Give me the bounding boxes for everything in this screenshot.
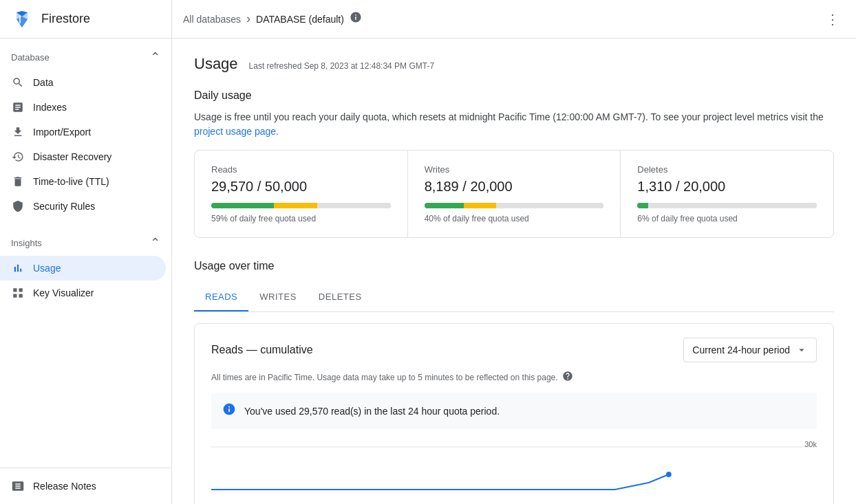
main-content: All databases › DATABASE (default) ⋮ Usa… bbox=[172, 0, 856, 504]
chart-y-label: 30k bbox=[804, 440, 817, 448]
sidebar-item-data-label: Data bbox=[33, 77, 54, 88]
card-value-0: 29,570 / 50,000 bbox=[211, 179, 391, 195]
sidebar-item-disaster-recovery-label: Disaster Recovery bbox=[33, 151, 111, 162]
card-value-2: 1,310 / 20,000 bbox=[637, 179, 817, 195]
sidebar-item-security-rules-label: Security Rules bbox=[33, 201, 95, 212]
sidebar-header: Firestore bbox=[0, 0, 171, 39]
tabs-container: READSWRITESDELETES bbox=[194, 283, 834, 312]
progress-seg1-1 bbox=[425, 203, 464, 208]
progress-bar-1 bbox=[425, 203, 604, 208]
usage-cards: Reads 29,570 / 50,000 59% of daily free … bbox=[194, 150, 834, 238]
sidebar-item-disaster-recovery[interactable]: Disaster Recovery bbox=[0, 144, 166, 169]
breadcrumb-current-db: DATABASE (default) bbox=[256, 14, 344, 25]
svg-point-2 bbox=[666, 472, 672, 477]
tab-writes[interactable]: WRITES bbox=[248, 283, 308, 311]
period-selector-button[interactable]: Current 24-hour period bbox=[683, 338, 817, 362]
grid-icon bbox=[11, 286, 25, 300]
sidebar: Firestore Database ⌃ Data Indexes Import… bbox=[0, 0, 172, 504]
tab-reads[interactable]: READS bbox=[194, 283, 248, 311]
card-quota-1: 40% of daily free quota used bbox=[425, 214, 604, 223]
progress-remain-2 bbox=[648, 203, 817, 208]
breadcrumb: All databases › DATABASE (default) bbox=[183, 11, 362, 27]
breadcrumb-all-databases[interactable]: All databases bbox=[183, 14, 241, 25]
page-header: Usage Last refreshed Sep 8, 2023 at 12:4… bbox=[194, 55, 834, 73]
tab-deletes[interactable]: DELETES bbox=[308, 283, 373, 311]
info-banner: You've used 29,570 read(s) in the last 2… bbox=[211, 393, 817, 429]
chart-subtitle-text: All times are in Pacific Time. Usage dat… bbox=[211, 373, 558, 382]
sidebar-item-indexes[interactable]: Indexes bbox=[0, 95, 166, 120]
daily-usage-title: Daily usage bbox=[194, 89, 834, 102]
insights-chevron-icon: ⌃ bbox=[150, 235, 160, 250]
sidebar-item-import-export-label: Import/Export bbox=[33, 127, 91, 138]
last-refreshed: Last refreshed Sep 8, 2023 at 12:48:34 P… bbox=[249, 61, 435, 71]
database-section-header[interactable]: Database ⌃ bbox=[0, 44, 171, 70]
progress-seg2-0 bbox=[274, 203, 317, 208]
progress-bar-0 bbox=[211, 203, 391, 208]
notes-icon bbox=[11, 479, 25, 493]
chart-title: Reads — cumulative bbox=[211, 344, 313, 356]
progress-seg1-0 bbox=[211, 203, 274, 208]
sidebar-item-key-visualizer[interactable]: Key Visualizer bbox=[0, 281, 166, 305]
history-icon bbox=[11, 150, 25, 164]
topbar-actions: ⋮ bbox=[820, 6, 845, 33]
delete-clock-icon bbox=[11, 175, 25, 188]
sidebar-item-ttl-label: Time-to-live (TTL) bbox=[33, 176, 109, 187]
info-banner-text: You've used 29,570 read(s) in the last 2… bbox=[244, 406, 500, 417]
chart-svg bbox=[211, 440, 817, 495]
page-title: Usage bbox=[194, 55, 238, 73]
progress-remain-0 bbox=[317, 203, 391, 208]
usage-over-time-title: Usage over time bbox=[194, 260, 834, 272]
chart-area: 30k bbox=[195, 440, 833, 504]
progress-seg1-2 bbox=[637, 203, 648, 208]
database-chevron-icon: ⌃ bbox=[150, 50, 160, 65]
search-icon bbox=[11, 76, 25, 89]
usage-card-deletes: Deletes 1,310 / 20,000 6% of daily free … bbox=[621, 151, 833, 237]
topbar: All databases › DATABASE (default) ⋮ bbox=[172, 0, 856, 39]
db-info-icon[interactable] bbox=[350, 11, 362, 27]
usage-card-writes: Writes 8,189 / 20,000 40% of daily free … bbox=[408, 151, 621, 237]
sidebar-footer: Release Notes bbox=[0, 468, 171, 504]
sidebar-item-import-export[interactable]: Import/Export bbox=[0, 120, 166, 144]
card-label-0: Reads bbox=[211, 164, 391, 175]
database-section-label: Database bbox=[11, 52, 50, 63]
period-label: Current 24-hour period bbox=[692, 344, 790, 355]
card-value-1: 8,189 / 20,000 bbox=[425, 179, 604, 195]
app-title: Firestore bbox=[41, 12, 90, 26]
svg-rect-0 bbox=[19, 15, 21, 23]
project-usage-link[interactable]: project usage page. bbox=[194, 126, 279, 137]
card-label-2: Deletes bbox=[637, 164, 817, 175]
chart-section: Reads — cumulative Current 24-hour perio… bbox=[194, 323, 834, 504]
sidebar-item-usage[interactable]: Usage bbox=[0, 256, 166, 281]
sidebar-item-release-notes[interactable]: Release Notes bbox=[0, 474, 166, 498]
chart-header: Reads — cumulative Current 24-hour perio… bbox=[195, 324, 833, 371]
progress-bar-2 bbox=[637, 203, 817, 208]
sidebar-item-indexes-label: Indexes bbox=[33, 102, 67, 113]
sidebar-item-release-notes-label: Release Notes bbox=[33, 481, 96, 492]
usage-card-reads: Reads 29,570 / 50,000 59% of daily free … bbox=[195, 151, 408, 237]
card-quota-2: 6% of daily free quota used bbox=[637, 214, 817, 223]
shield-icon bbox=[11, 199, 25, 213]
database-section: Database ⌃ Data Indexes Import/Export bbox=[0, 39, 171, 224]
breadcrumb-separator: › bbox=[246, 12, 250, 26]
insights-section-label: Insights bbox=[11, 238, 42, 248]
insights-section-header[interactable]: Insights ⌃ bbox=[0, 230, 171, 256]
sidebar-item-data[interactable]: Data bbox=[0, 70, 166, 95]
daily-usage-description: Usage is free until you reach your daily… bbox=[194, 110, 834, 139]
chart-subtitle: All times are in Pacific Time. Usage dat… bbox=[195, 371, 833, 393]
daily-usage-desc-text: Usage is free until you reach your daily… bbox=[194, 111, 824, 122]
sidebar-item-usage-label: Usage bbox=[33, 263, 61, 274]
insights-section: Insights ⌃ Usage Key Visualizer bbox=[0, 224, 171, 311]
sidebar-item-security-rules[interactable]: Security Rules bbox=[0, 194, 166, 219]
info-banner-icon bbox=[222, 402, 236, 419]
sidebar-item-ttl[interactable]: Time-to-live (TTL) bbox=[0, 169, 166, 194]
sidebar-item-key-visualizer-label: Key Visualizer bbox=[33, 287, 94, 298]
progress-seg2-1 bbox=[464, 203, 496, 208]
card-quota-0: 59% of daily free quota used bbox=[211, 214, 391, 223]
upload-icon bbox=[11, 125, 25, 139]
card-label-1: Writes bbox=[425, 164, 604, 175]
index-icon bbox=[11, 100, 25, 114]
help-icon[interactable] bbox=[562, 371, 573, 384]
app-logo bbox=[11, 8, 33, 30]
more-options-icon[interactable]: ⋮ bbox=[820, 6, 845, 33]
progress-remain-1 bbox=[496, 203, 603, 208]
